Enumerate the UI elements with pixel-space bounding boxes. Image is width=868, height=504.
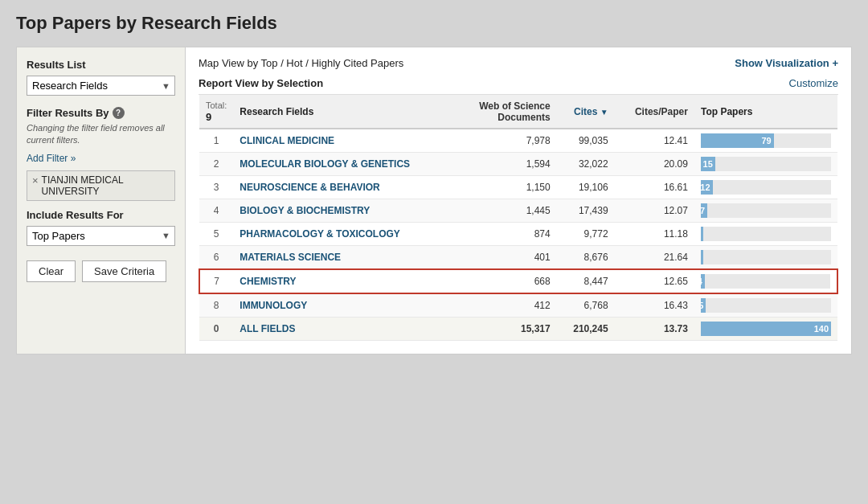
docs-cell: 668 <box>455 269 557 293</box>
add-filter-link[interactable]: Add Filter » <box>27 153 76 164</box>
field-name-cell: CLINICAL MEDICINE <box>233 129 455 153</box>
cites-cell: 8,447 <box>557 269 615 293</box>
th-research-fields: Research Fields <box>233 95 455 129</box>
bar-fill: 4 <box>701 274 705 289</box>
active-filter-tag: × TIANJIN MEDICAL UNIVERSITY <box>27 170 175 201</box>
cites-per-paper-cell: 13.73 <box>615 318 694 341</box>
bar-background: 12 <box>701 180 831 195</box>
field-name-cell: MATERIALS SCIENCE <box>233 246 455 270</box>
field-link[interactable]: MATERIALS SCIENCE <box>240 252 341 263</box>
table-row: 4BIOLOGY & BIOCHEMISTRY1,44517,43912.077 <box>199 199 837 223</box>
docs-cell: 1,150 <box>455 176 557 199</box>
row-index: 8 <box>199 293 233 318</box>
field-name-cell: BIOLOGY & BIOCHEMISTRY <box>233 199 455 223</box>
th-top-papers: Top Papers <box>694 95 837 129</box>
top-papers-cell: 5 <box>694 293 837 318</box>
row-index: 1 <box>199 129 233 153</box>
results-list-label: Results List <box>27 59 175 71</box>
field-name-cell: IMMUNOLOGY <box>233 293 455 318</box>
main-content: Results List Research Fields ▼ Filter Re… <box>16 47 852 354</box>
field-link[interactable]: NEUROSCIENCE & BEHAVIOR <box>240 182 379 193</box>
main-panel: Map View by Top / Hot / Highly Cited Pap… <box>186 47 851 354</box>
row-index: 2 <box>199 153 233 176</box>
save-criteria-button[interactable]: Save Criteria <box>82 260 166 282</box>
bar-background: 5 <box>701 298 831 313</box>
top-papers-cell: 3 <box>694 246 837 270</box>
cites-cell: 6,768 <box>557 293 615 318</box>
field-link[interactable]: CLINICAL MEDICINE <box>240 135 334 146</box>
docs-cell: 412 <box>455 293 557 318</box>
include-select-wrapper: Top Papers ▼ <box>27 226 175 246</box>
cites-per-paper-cell: 20.09 <box>615 153 694 176</box>
customize-link[interactable]: Customize <box>789 77 838 89</box>
field-link[interactable]: MOLECULAR BIOLOGY & GENETICS <box>240 158 410 170</box>
clear-button[interactable]: Clear <box>27 260 76 282</box>
results-table: Total: 9 Research Fields Web of ScienceD… <box>199 95 838 341</box>
show-visualization-link[interactable]: Show Visualization + <box>735 57 838 69</box>
cites-cell: 210,245 <box>557 318 615 341</box>
filter-tag-remove-icon[interactable]: × <box>32 175 39 186</box>
bar-fill: 79 <box>701 133 774 148</box>
filter-help-icon[interactable]: ? <box>113 107 125 119</box>
bar-chart-cell: 12 <box>701 180 831 195</box>
bar-chart-cell: 5 <box>701 298 831 313</box>
field-link[interactable]: IMMUNOLOGY <box>240 300 307 311</box>
bar-background: 3 <box>701 227 831 241</box>
action-buttons: Clear Save Criteria <box>27 260 175 282</box>
field-link[interactable]: CHEMISTRY <box>240 276 296 287</box>
top-papers-cell: 12 <box>694 176 837 199</box>
bar-chart-cell: 4 <box>701 274 830 289</box>
page-outer: Top Papers by Research Fields Results Li… <box>0 0 868 504</box>
total-count: 9 <box>206 111 211 123</box>
field-link[interactable]: BIOLOGY & BIOCHEMISTRY <box>240 205 370 216</box>
cites-per-paper-cell: 12.07 <box>615 199 694 223</box>
row-index: 4 <box>199 199 233 223</box>
bar-fill: 7 <box>701 203 707 218</box>
top-papers-cell: 4 <box>694 269 837 293</box>
cites-cell: 99,035 <box>557 129 615 153</box>
top-papers-cell: 79 <box>694 129 837 153</box>
filter-note: Changing the filter field removes all cu… <box>27 122 175 147</box>
bar-fill: 5 <box>701 298 706 313</box>
cites-per-paper-cell: 16.61 <box>615 176 694 199</box>
row-index: 6 <box>199 246 233 270</box>
table-row: 6MATERIALS SCIENCE4018,67621.643 <box>199 246 837 270</box>
cites-cell: 8,676 <box>557 246 615 270</box>
field-link[interactable]: PHARMACOLOGY & TOXICOLOGY <box>240 228 400 240</box>
field-link[interactable]: ALL FIELDS <box>240 323 295 334</box>
page-title: Top Papers by Research Fields <box>16 13 852 34</box>
results-list-select-wrapper: Research Fields ▼ <box>27 76 175 96</box>
highlighted-table-row: 7CHEMISTRY6688,44712.654 <box>199 269 837 293</box>
cites-cell: 9,772 <box>557 223 615 246</box>
field-name-cell: NEUROSCIENCE & BEHAVIOR <box>233 176 455 199</box>
top-papers-cell: 3 <box>694 223 837 246</box>
bar-chart-cell: 3 <box>701 250 831 264</box>
bar-fill: 15 <box>701 157 715 171</box>
table-body: 1CLINICAL MEDICINE7,97899,03512.41792MOL… <box>199 129 837 341</box>
bar-chart-cell: 15 <box>701 157 831 171</box>
cites-cell: 32,022 <box>557 153 615 176</box>
bar-chart-cell: 140 <box>701 322 831 336</box>
field-name-cell: PHARMACOLOGY & TOXICOLOGY <box>233 223 455 246</box>
bar-background: 79 <box>701 133 831 148</box>
th-wos-docs: Web of ScienceDocuments <box>455 95 557 129</box>
docs-cell: 874 <box>455 223 557 246</box>
map-view-label: Map View by Top / Hot / Highly Cited Pap… <box>199 57 403 69</box>
report-view-row: Report View by Selection Customize <box>199 77 838 95</box>
bar-fill: 12 <box>701 180 713 195</box>
bar-fill: 3 <box>701 227 703 241</box>
bar-background: 7 <box>701 203 831 218</box>
include-select[interactable]: Top Papers <box>27 226 175 246</box>
bar-chart-cell: 79 <box>701 133 831 148</box>
cites-per-paper-cell: 16.43 <box>615 293 694 318</box>
results-list-select[interactable]: Research Fields <box>27 76 175 96</box>
bar-fill: 3 <box>701 250 703 264</box>
filter-label: Filter Results By ? <box>27 107 175 119</box>
total-label: Total: <box>206 100 227 110</box>
top-papers-cell: 140 <box>694 318 837 341</box>
th-cites[interactable]: Cites ▼ <box>557 95 615 129</box>
docs-cell: 1,594 <box>455 153 557 176</box>
total-table-row: 0ALL FIELDS15,317210,24513.73140 <box>199 318 837 341</box>
bar-chart-cell: 7 <box>701 203 831 218</box>
docs-cell: 401 <box>455 246 557 270</box>
